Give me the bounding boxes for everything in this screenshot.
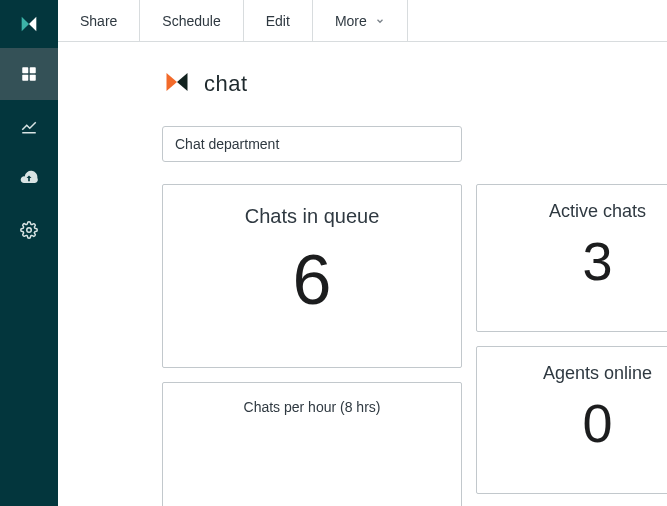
card-active-chats: Active chats 3 (476, 184, 667, 332)
sidebar (0, 0, 58, 506)
card-agents-online: Agents online 0 (476, 346, 667, 494)
schedule-label: Schedule (162, 13, 220, 29)
chevron-down-icon (375, 16, 385, 26)
card-title: Chats per hour (8 hrs) (244, 399, 381, 415)
card-title: Agents online (543, 363, 652, 384)
nav-settings[interactable] (0, 204, 58, 256)
svg-point-6 (27, 228, 32, 233)
svg-rect-4 (22, 75, 28, 81)
card-chats-per-hour: Chats per hour (8 hrs) (162, 382, 462, 506)
brand-title: chat (204, 71, 248, 97)
edit-label: Edit (266, 13, 290, 29)
more-label: More (335, 13, 367, 29)
chat-product-icon (162, 68, 192, 100)
department-select[interactable]: Chat department (162, 126, 462, 162)
svg-rect-3 (30, 67, 36, 73)
share-label: Share (80, 13, 117, 29)
toolbar: Share Schedule Edit More (58, 0, 667, 42)
content: chat Chat department Chats in queue 6 Ch… (58, 42, 667, 506)
department-selected-label: Chat department (175, 136, 279, 152)
svg-rect-2 (22, 67, 28, 73)
nav-reports[interactable] (0, 100, 58, 152)
card-title: Chats in queue (245, 205, 380, 228)
more-button[interactable]: More (313, 0, 408, 41)
svg-marker-0 (22, 17, 29, 32)
edit-button[interactable]: Edit (244, 0, 313, 41)
svg-marker-1 (29, 17, 36, 32)
share-button[interactable]: Share (58, 0, 140, 41)
card-chats-in-queue: Chats in queue 6 (162, 184, 462, 368)
schedule-button[interactable]: Schedule (140, 0, 243, 41)
app-logo[interactable] (0, 0, 58, 48)
brand-row: chat (76, 60, 649, 108)
nav-dashboards[interactable] (0, 48, 58, 100)
main: Share Schedule Edit More (58, 0, 667, 506)
card-title: Active chats (549, 201, 646, 222)
card-value: 3 (582, 232, 612, 291)
svg-rect-5 (30, 75, 36, 81)
card-value: 0 (582, 394, 612, 453)
nav-upload[interactable] (0, 152, 58, 204)
card-value: 6 (293, 242, 332, 319)
